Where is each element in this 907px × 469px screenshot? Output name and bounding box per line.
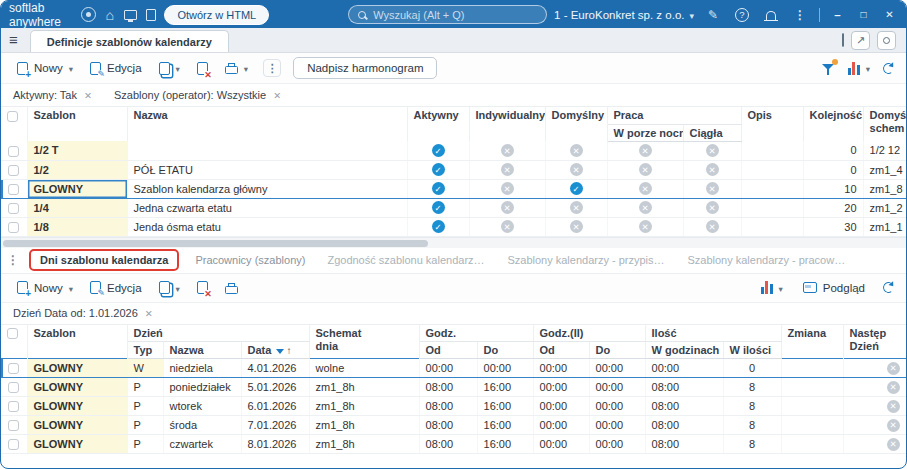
table-row-selected[interactable]: GLOWNY Szablon kalendarza główny 10 zm1_…: [1, 179, 906, 198]
col-w-ilosci[interactable]: W ilości: [723, 342, 781, 359]
search-input[interactable]: [373, 9, 537, 21]
tab-szablony-przypisania[interactable]: Szablony kalendarzy - przypisania: [501, 251, 671, 269]
app-logo-icon[interactable]: [81, 5, 96, 25]
cell-od1[interactable]: 00:00: [419, 359, 477, 378]
col-typ[interactable]: Typ: [127, 342, 163, 359]
tab-szablony-pracownicy[interactable]: Szablony kalendarzy - pracownicy: [681, 251, 851, 269]
cell-od2[interactable]: 00:00: [533, 435, 589, 454]
cell-kolejnosc[interactable]: 20: [803, 198, 863, 217]
row-checkbox[interactable]: [1, 378, 27, 397]
cell-zmiana[interactable]: [781, 416, 843, 435]
cell-w-ilosci[interactable]: 8: [723, 416, 781, 435]
cell-w-ilosci[interactable]: 8: [723, 378, 781, 397]
cell-szablon[interactable]: GLOWNY: [27, 416, 127, 435]
cell-szablon[interactable]: 1/2: [27, 160, 127, 179]
cell-data[interactable]: 4.01.2026: [241, 359, 309, 378]
cell-nazwa[interactable]: czwartek: [163, 435, 241, 454]
cell-schemat[interactable]: 1/2 12: [863, 141, 906, 160]
bell-icon[interactable]: [761, 5, 781, 25]
col-w-godzinach[interactable]: W godzinach: [645, 342, 723, 359]
table-row[interactable]: 1/8 Jenda ósma etatu 30 zm1_1: [1, 217, 906, 236]
row-checkbox[interactable]: [1, 397, 27, 416]
row-checkbox[interactable]: [1, 435, 27, 454]
table-row[interactable]: 1/4 Jedna czwarta etatu 20 zm1_2: [1, 198, 906, 217]
filter-icon[interactable]: [822, 62, 835, 75]
print-button[interactable]: [218, 278, 245, 298]
cell-od1[interactable]: 08:00: [419, 416, 477, 435]
delete-button[interactable]: [190, 277, 215, 298]
filter-chip-dzien-data[interactable]: Dzień Data od: 1.01.2026: [13, 307, 153, 319]
more-options-icon[interactable]: [790, 5, 810, 25]
pen-icon[interactable]: [703, 5, 723, 25]
col-szablon[interactable]: Szablon: [27, 325, 127, 359]
cell-kolejnosc[interactable]: 0: [803, 141, 863, 160]
cell-typ[interactable]: P: [127, 397, 163, 416]
cell-w-ilosci[interactable]: 0: [723, 359, 781, 378]
tab-zgodnosc-szablonu[interactable]: Zgodność szablonu kalendarza z etatem: [321, 251, 491, 269]
cell-data[interactable]: 6.01.2026: [241, 397, 309, 416]
cell-nazwa[interactable]: wtorek: [163, 397, 241, 416]
row-checkbox[interactable]: [1, 416, 27, 435]
cell-szablon[interactable]: GLOWNY: [27, 435, 127, 454]
table-row[interactable]: 1/2 PÓŁ ETATU 0 zm1_4: [1, 160, 906, 179]
table-row[interactable]: GLOWNY P wtorek 6.01.2026 zm1_8h 08:00 1…: [1, 397, 906, 416]
filter-chip-aktywny[interactable]: Aktywny: Tak: [13, 89, 92, 101]
cell-szablon[interactable]: GLOWNY: [27, 378, 127, 397]
cell-do2[interactable]: 00:00: [589, 416, 645, 435]
col-od[interactable]: Od: [533, 342, 589, 359]
col-kolejnosc[interactable]: Kolejność: [803, 107, 863, 141]
cell-nazwa[interactable]: niedziela: [163, 359, 241, 378]
cell-od1[interactable]: 08:00: [419, 435, 477, 454]
cell-nazwa[interactable]: [127, 141, 407, 160]
cell-do2[interactable]: 00:00: [589, 435, 645, 454]
cell-szablon[interactable]: 1/4: [27, 198, 127, 217]
table-row[interactable]: GLOWNY P czwartek 8.01.2026 zm1_8h 08:00…: [1, 435, 906, 454]
cell-od2[interactable]: 00:00: [533, 359, 589, 378]
col-nastepny-dzien[interactable]: NastępDzień: [843, 325, 906, 359]
cell-schemat[interactable]: zm1_1: [863, 217, 906, 236]
cell-nazwa[interactable]: poniedziałek: [163, 378, 241, 397]
col-ciagla[interactable]: Ciągła: [683, 124, 741, 141]
minimize-button[interactable]: [829, 9, 846, 21]
cell-do2[interactable]: 00:00: [589, 378, 645, 397]
copy-button[interactable]: [152, 58, 187, 79]
cell-do1[interactable]: 16:00: [477, 435, 533, 454]
horizontal-scrollbar[interactable]: [1, 237, 906, 248]
cell-kolejnosc[interactable]: 10: [803, 179, 863, 198]
table-row-selected[interactable]: GLOWNY W niedziela 4.01.2026 wolne 00:00…: [1, 359, 906, 378]
new-button[interactable]: Nowy: [10, 58, 80, 79]
col-nazwa[interactable]: Nazwa: [127, 107, 407, 141]
row-checkbox[interactable]: [1, 179, 27, 198]
menu-icon[interactable]: [9, 34, 18, 46]
col-w-porze-nocnej[interactable]: W porze nocnej: [607, 124, 683, 141]
col-aktywny[interactable]: Aktywny: [407, 107, 469, 141]
delete-button[interactable]: [190, 58, 215, 79]
copy-button[interactable]: [152, 277, 187, 298]
home-icon[interactable]: [103, 5, 116, 25]
cell-nazwa[interactable]: Szablon kalendarza główny: [127, 179, 407, 198]
col-data[interactable]: Data: [241, 342, 309, 359]
refresh-icon[interactable]: [882, 281, 895, 294]
remove-filter-icon[interactable]: [84, 90, 92, 101]
edit-button[interactable]: Edycja: [83, 58, 149, 79]
cell-schemat-dnia[interactable]: zm1_8h: [309, 378, 419, 397]
col-od[interactable]: Od: [419, 342, 477, 359]
tab-pracownicy-szablony[interactable]: Pracownicy (szablony): [189, 251, 311, 269]
table-row[interactable]: 1/2 T 0 1/2 12: [1, 141, 906, 160]
col-opis[interactable]: Opis: [741, 107, 803, 141]
row-checkbox[interactable]: [1, 198, 27, 217]
cell-szablon[interactable]: 1/8: [27, 217, 127, 236]
cell-schemat-dnia[interactable]: wolne: [309, 359, 419, 378]
cell-szablon[interactable]: 1/2 T: [27, 141, 127, 160]
monitor-icon[interactable]: [123, 5, 136, 25]
theme-icon[interactable]: [877, 31, 896, 50]
row-checkbox[interactable]: [1, 217, 27, 236]
cell-od2[interactable]: 00:00: [533, 397, 589, 416]
cell-do1[interactable]: 16:00: [477, 378, 533, 397]
col-indywidualny[interactable]: Indywidualny: [469, 107, 545, 141]
table-row[interactable]: GLOWNY P środa 7.01.2026 zm1_8h 08:00 16…: [1, 416, 906, 435]
preview-button[interactable]: Podgląd: [796, 278, 872, 298]
help-icon[interactable]: ?: [732, 5, 752, 25]
cell-typ[interactable]: P: [127, 435, 163, 454]
cell-w-ilosci[interactable]: 8: [723, 397, 781, 416]
